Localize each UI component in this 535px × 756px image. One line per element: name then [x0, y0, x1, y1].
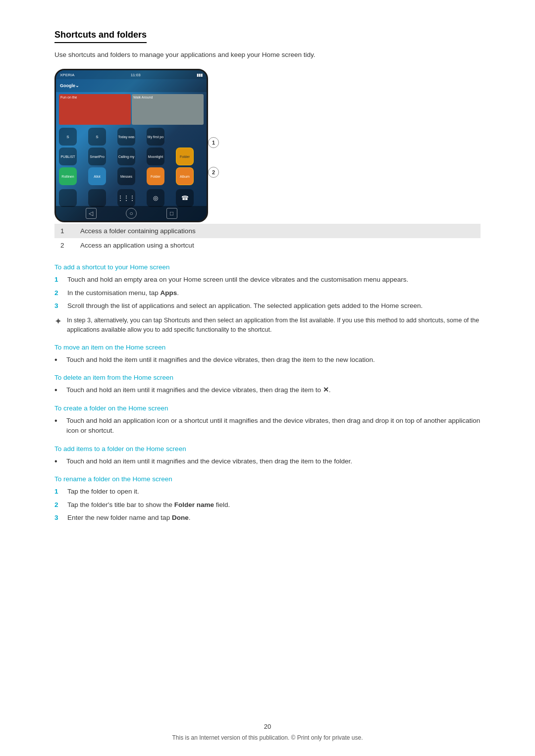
list-text-1: Touch and hold an empty area on your Hom…: [67, 275, 408, 285]
dock-icon-apps: ⋮⋮⋮: [117, 189, 135, 207]
spacer-1: [176, 128, 194, 146]
app-icon-6: SmartPro: [88, 148, 106, 165]
phone-screenshot-container: XPERIA 11:03 ▮▮▮ Google ⌄ Fun on the Wal…: [54, 69, 208, 222]
list-item-move-1: • Touch and hold the item until it magni…: [54, 355, 481, 365]
phone-search-icon: ⌄: [75, 83, 79, 88]
dock-icon-1: [59, 189, 77, 207]
copyright-text: This is an Internet version of this publ…: [172, 734, 363, 741]
badge-circle-2: 2: [208, 167, 219, 178]
caption-table: 1 Access a folder containing application…: [54, 224, 481, 252]
back-btn: ◁: [86, 208, 97, 219]
dock-icon-4: ☎: [176, 189, 194, 207]
tile-2: Walk Around: [132, 94, 204, 125]
heading-add-items-folder: To add items to a folder on the Home scr…: [54, 445, 481, 453]
list-item-delete-1: • Touch and hold an item until it magnif…: [54, 385, 481, 396]
list-num-2: 2: [54, 288, 64, 298]
caption-num-2: 2: [54, 238, 74, 252]
rename-text-2: Tap the folder's title bar to show the F…: [67, 500, 230, 510]
page-footer: 20 This is an Internet version of this p…: [0, 723, 535, 741]
section-delete-item: To delete an item from the Home screen •…: [54, 374, 481, 396]
section-rename-folder: To rename a folder on the Home screen 1 …: [54, 475, 481, 523]
section-title: Shortcuts and folders: [54, 30, 147, 43]
phone-dock: ⋮⋮⋮ ◎ ☎: [56, 188, 207, 208]
app-icon-5: PUBLIST: [59, 148, 77, 165]
text-move-1: Touch and hold the item until it magnifi…: [66, 355, 375, 365]
phone-app-row-2: PUBLIST SmartPro Calling my Moonlight Fo…: [56, 147, 207, 166]
badge-circle-1: 1: [208, 137, 219, 148]
list-num-1: 1: [54, 275, 64, 285]
phone-hero-tiles: Fun on the Walk Around: [56, 92, 207, 127]
text-addfolder-1: Touch and hold an item until it magnifie…: [66, 456, 352, 466]
caption-text-1: Access a folder containing applications: [74, 224, 481, 238]
bullet-delete-1: •: [54, 385, 63, 396]
app-icon-3: Today was: [117, 128, 135, 146]
text-delete-1: Touch and hold an item until it magnifie…: [66, 385, 331, 395]
list-rename-folder: 1 Tap the folder to open it. 2 Tap the f…: [54, 487, 481, 523]
heading-add-shortcut: To add a shortcut to your Home screen: [54, 263, 481, 271]
tip-text: In step 3, alternatively, you can tap Sh…: [67, 316, 481, 335]
tip-icon: ✦: [54, 315, 62, 328]
phone-google-bar: Google ⌄: [56, 79, 207, 92]
list-num-3: 3: [54, 301, 64, 311]
list-item-rename-2: 2 Tap the folder's title bar to show the…: [54, 500, 481, 510]
app-icon-1: S: [59, 128, 77, 146]
caption-row-2: 2 Access an application using a shortcut: [54, 238, 481, 252]
rename-text-3: Enter the new folder name and tap Done.: [67, 513, 190, 523]
bullet-create-1: •: [54, 416, 63, 426]
home-btn: ○: [126, 208, 137, 219]
phone-app-row-3: Rollinen Allot Messes Folder Album: [56, 166, 207, 186]
app-icon-4: My first po: [147, 128, 164, 146]
rename-num-2: 2: [54, 500, 64, 510]
list-item-rename-3: 3 Enter the new folder name and tap Done…: [54, 513, 481, 523]
heading-delete-item: To delete an item from the Home screen: [54, 374, 481, 381]
caption-row-1: 1 Access a folder containing application…: [54, 224, 481, 238]
google-label: Google: [60, 83, 75, 88]
app-icon-9: Rollinen: [59, 167, 77, 185]
app-icon-10: Allot: [88, 167, 106, 185]
page-number: 20: [0, 723, 535, 730]
list-text-2: In the customisation menu, tap Apps.: [67, 288, 179, 298]
list-item-add-shortcut-2: 2 In the customisation menu, tap Apps.: [54, 288, 481, 298]
section-add-shortcut: To add a shortcut to your Home screen 1 …: [54, 263, 481, 311]
list-item-add-shortcut-1: 1 Touch and hold an empty area on your H…: [54, 275, 481, 285]
bullet-move-1: •: [54, 355, 63, 365]
phone-status-bar: XPERIA 11:03 ▮▮▮: [56, 70, 207, 79]
callout-badge-1: 1: [208, 137, 219, 148]
app-icon-2: S: [88, 128, 106, 146]
app-folder-2: Album: [176, 167, 194, 185]
rename-num-3: 3: [54, 513, 64, 523]
rename-num-1: 1: [54, 487, 64, 497]
section-add-items-folder: To add items to a folder on the Home scr…: [54, 445, 481, 467]
dock-icon-3: ◎: [147, 189, 164, 207]
app-folder-1: Folder: [176, 148, 194, 165]
rename-text-1: Tap the folder to open it.: [67, 487, 139, 497]
phone-app-row-1: S S Today was My first po: [56, 127, 207, 147]
heading-rename-folder: To rename a folder on the Home screen: [54, 475, 481, 483]
section-create-folder: To create a folder on the Home screen • …: [54, 404, 481, 436]
phone-time: 11:03: [131, 73, 141, 77]
app-icon-12: Folder: [147, 167, 164, 185]
phone-battery: ▮▮▮: [197, 73, 203, 77]
list-item-create-1: • Touch and hold an application icon or …: [54, 416, 481, 436]
phone-mockup: XPERIA 11:03 ▮▮▮ Google ⌄ Fun on the Wal…: [54, 69, 208, 222]
list-item-addfolder-1: • Touch and hold an item until it magnif…: [54, 456, 481, 467]
app-icon-7: Calling my: [117, 148, 135, 165]
callout-badge-2: 2: [208, 167, 219, 178]
list-add-shortcut: 1 Touch and hold an empty area on your H…: [54, 275, 481, 311]
app-icon-8: Moonlight: [147, 148, 164, 165]
phone-nav-bar: ◁ ○ □: [56, 206, 207, 221]
list-create-folder: • Touch and hold an application icon or …: [54, 416, 481, 436]
tile-1: Fun on the: [59, 94, 131, 125]
list-add-items-folder: • Touch and hold an item until it magnif…: [54, 456, 481, 467]
intro-text: Use shortcuts and folders to manage your…: [54, 50, 481, 60]
list-move-item: • Touch and hold the item until it magni…: [54, 355, 481, 365]
caption-text-2: Access an application using a shortcut: [74, 238, 481, 252]
heading-create-folder: To create a folder on the Home screen: [54, 404, 481, 412]
text-create-1: Touch and hold an application icon or a …: [66, 416, 481, 436]
app-icon-11: Messes: [117, 167, 135, 185]
list-item-add-shortcut-3: 3 Scroll through the list of application…: [54, 301, 481, 311]
list-delete-item: • Touch and hold an item until it magnif…: [54, 385, 481, 396]
section-move-item: To move an item on the Home screen • Tou…: [54, 344, 481, 365]
tip-box: ✦ In step 3, alternatively, you can tap …: [54, 316, 481, 335]
phone-carrier: XPERIA: [60, 73, 74, 77]
